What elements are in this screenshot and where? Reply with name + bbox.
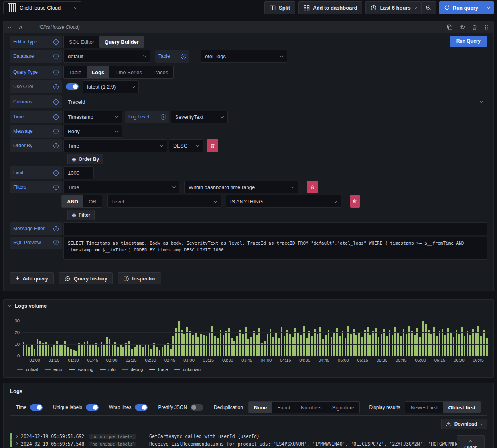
- editor-type-sql-editor[interactable]: SQL Editor: [64, 36, 99, 48]
- info-icon[interactable]: i: [53, 129, 59, 134]
- volume-bar[interactable]: [181, 321, 182, 356]
- volume-bar[interactable]: [358, 321, 360, 356]
- volume-bar[interactable]: [361, 321, 363, 356]
- volume-bar[interactable]: [322, 321, 324, 356]
- volume-bar[interactable]: [217, 321, 219, 356]
- add-order-by-button[interactable]: ⊕ Order By: [67, 154, 103, 164]
- volume-bar[interactable]: [483, 321, 485, 356]
- volume-bar[interactable]: [78, 321, 80, 356]
- drag-handle-icon[interactable]: [484, 24, 489, 30]
- volume-bar[interactable]: [425, 321, 426, 356]
- volume-bar[interactable]: [136, 321, 138, 356]
- volume-bar[interactable]: [195, 321, 196, 356]
- volume-bar[interactable]: [236, 321, 238, 356]
- volume-bar[interactable]: [31, 321, 33, 356]
- volume-bar[interactable]: [261, 321, 263, 356]
- filter-field-select[interactable]: Time: [63, 181, 179, 193]
- conjunction-and[interactable]: AND: [62, 195, 83, 207]
- order-by-select[interactable]: Time: [63, 139, 167, 152]
- legend-item-info[interactable]: info: [100, 367, 116, 372]
- volume-bar[interactable]: [284, 321, 285, 356]
- display-newest-first[interactable]: Newest first: [405, 402, 443, 413]
- volume-bar[interactable]: [369, 321, 371, 356]
- volume-bar[interactable]: [164, 321, 166, 356]
- volume-bar[interactable]: [153, 321, 155, 356]
- query-type-tab-time-series[interactable]: Time Series: [109, 66, 147, 78]
- add-to-dashboard-button[interactable]: Add to dashboard: [298, 1, 362, 14]
- display-oldest-first[interactable]: Oldest first: [443, 402, 481, 413]
- volume-bar[interactable]: [75, 321, 77, 356]
- volume-bar[interactable]: [186, 321, 188, 356]
- info-icon[interactable]: i: [181, 54, 186, 59]
- log-row[interactable]: 2024-02-19 05:59:51.692(no unique labels…: [10, 432, 487, 440]
- volume-bar[interactable]: [397, 321, 399, 356]
- volume-bar[interactable]: [480, 321, 482, 356]
- volume-bar[interactable]: [345, 321, 346, 356]
- volume-bar[interactable]: [294, 321, 296, 356]
- log-row[interactable]: 2024-02-19 05:59:57.548(no unique labels…: [10, 440, 487, 448]
- volume-bar[interactable]: [406, 321, 407, 356]
- volume-bar[interactable]: [353, 321, 354, 356]
- volume-bar[interactable]: [300, 321, 302, 356]
- volume-bar[interactable]: [339, 321, 341, 356]
- volume-bar[interactable]: [45, 321, 47, 356]
- info-icon[interactable]: i: [53, 70, 59, 75]
- download-button[interactable]: Download: [441, 419, 487, 429]
- volume-bar[interactable]: [428, 321, 429, 356]
- time-range-picker[interactable]: Last 6 hours: [365, 1, 421, 14]
- volume-bar[interactable]: [228, 321, 230, 356]
- volume-bar[interactable]: [101, 321, 102, 356]
- wrap-lines-toggle[interactable]: [135, 404, 148, 411]
- volume-bar[interactable]: [486, 321, 487, 356]
- log-level-select[interactable]: SeverityText: [171, 111, 228, 123]
- volume-bar[interactable]: [456, 321, 457, 356]
- expand-chevron-icon[interactable]: [15, 435, 18, 438]
- editor-type-query-builder[interactable]: Query Builder: [99, 36, 144, 48]
- dedup-exact[interactable]: Exact: [272, 402, 296, 413]
- volume-bar[interactable]: [264, 321, 266, 356]
- volume-bar[interactable]: [403, 321, 404, 356]
- unique-labels-toggle[interactable]: [86, 404, 99, 411]
- legend-item-unknown[interactable]: unknown: [174, 367, 201, 372]
- volume-bar[interactable]: [203, 321, 205, 356]
- info-icon[interactable]: i: [53, 54, 59, 59]
- volume-bar[interactable]: [355, 321, 357, 356]
- collapse-chevron-icon[interactable]: [8, 304, 11, 307]
- legend-item-critical[interactable]: critical: [17, 367, 38, 372]
- info-icon[interactable]: i: [53, 39, 59, 45]
- volume-bar[interactable]: [125, 321, 127, 356]
- remove-filter-button[interactable]: [307, 181, 318, 193]
- volume-bar[interactable]: [142, 321, 144, 356]
- volume-bar[interactable]: [53, 321, 55, 356]
- volume-bar[interactable]: [64, 321, 66, 356]
- run-query-dropdown[interactable]: [483, 1, 494, 14]
- volume-bar[interactable]: [156, 321, 158, 356]
- filter2-operator-select[interactable]: IS ANYTHING: [226, 195, 341, 208]
- volume-bar[interactable]: [209, 321, 210, 356]
- volume-bar[interactable]: [333, 321, 335, 356]
- volume-bar[interactable]: [162, 321, 163, 356]
- volume-bar[interactable]: [389, 321, 390, 356]
- filter-operator-select[interactable]: Within dashboard time range: [184, 181, 298, 193]
- volume-bar[interactable]: [103, 321, 105, 356]
- volume-bar[interactable]: [311, 321, 313, 356]
- volume-bar[interactable]: [189, 321, 191, 356]
- volume-bar[interactable]: [39, 321, 41, 356]
- volume-bar[interactable]: [458, 321, 460, 356]
- volume-bar[interactable]: [286, 321, 288, 356]
- volume-bar[interactable]: [364, 321, 365, 356]
- volume-bar[interactable]: [192, 321, 193, 356]
- volume-bar[interactable]: [328, 321, 329, 356]
- legend-item-warning[interactable]: warning: [69, 367, 93, 372]
- volume-bar[interactable]: [239, 321, 241, 356]
- message-filter-input[interactable]: [63, 222, 487, 235]
- volume-bar[interactable]: [200, 321, 202, 356]
- volume-bar[interactable]: [114, 321, 116, 356]
- volume-bar[interactable]: [392, 321, 393, 356]
- volume-bar[interactable]: [419, 321, 421, 356]
- collapse-chevron-icon[interactable]: [8, 25, 11, 28]
- time-column-select[interactable]: Timestamp: [63, 111, 122, 123]
- volume-bar[interactable]: [256, 321, 257, 356]
- info-icon[interactable]: i: [53, 170, 59, 176]
- volume-bar[interactable]: [23, 321, 24, 356]
